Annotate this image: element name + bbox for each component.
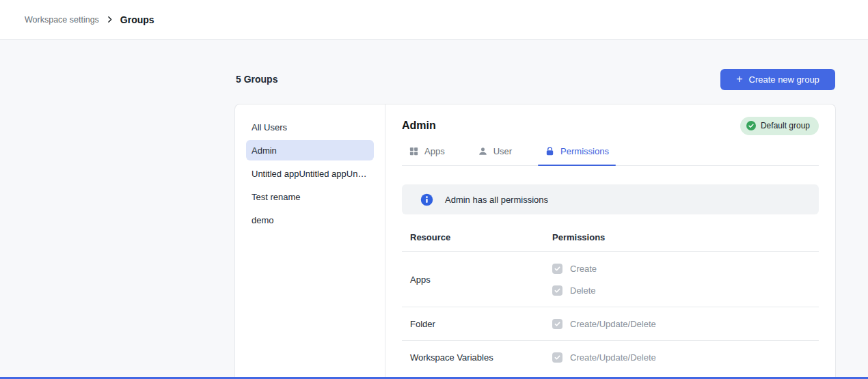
permission-item: Create/Update/Delete — [552, 346, 811, 368]
checkbox-checked-disabled-icon — [552, 285, 562, 296]
table-row-apps: Apps Create Delete — [402, 252, 819, 307]
apps-grid-icon — [409, 146, 419, 156]
chevron-right-icon — [105, 15, 114, 24]
sidebar-item-label: Admin — [252, 145, 277, 156]
check-circle-icon — [746, 121, 756, 130]
table-row-folder: Folder Create/Update/Delete — [402, 307, 819, 341]
permission-item: Create — [552, 257, 811, 279]
sidebar-item-label: All Users — [252, 122, 287, 132]
permission-label: Create/Update/Delete — [570, 319, 656, 329]
breadcrumb-groups: Groups — [120, 14, 154, 25]
sidebar-item-test-rename[interactable]: Test rename — [246, 186, 374, 207]
table-row-workspace-variables: Workspace Variables Create/Update/Delete — [402, 341, 819, 374]
sidebar-item-label: Test rename — [252, 192, 301, 202]
permission-label: Delete — [570, 285, 596, 296]
group-detail-panel: Admin Default group Apps — [385, 104, 835, 379]
lock-icon — [545, 146, 555, 156]
resource-label: Apps — [410, 275, 552, 285]
tab-permissions[interactable]: Permissions — [538, 139, 616, 165]
sidebar-item-untitled-app[interactable]: Untitled appUntitled appUntitle… — [246, 163, 374, 184]
permissions-cell: Create/Update/Delete — [552, 346, 811, 368]
banner-text: Admin has all permissions — [445, 195, 548, 205]
permission-label: Create — [570, 264, 597, 274]
sidebar-item-all-users[interactable]: All Users — [246, 117, 374, 137]
resource-label: Folder — [410, 319, 552, 329]
info-circle-icon — [420, 193, 433, 206]
info-banner: Admin has all permissions — [402, 184, 819, 214]
permissions-table: Resource Permissions Apps Create — [402, 214, 819, 374]
group-title-row: Admin Default group — [402, 116, 819, 135]
sidebar-item-label: Untitled appUntitled appUntitle… — [252, 169, 368, 179]
table-header-row: Resource Permissions — [402, 214, 819, 252]
default-group-badge: Default group — [740, 117, 819, 135]
checkbox-checked-disabled-icon — [552, 264, 562, 274]
permission-item: Create/Update/Delete — [552, 313, 811, 335]
permission-item: Delete — [552, 279, 811, 301]
sidebar-item-label: demo — [252, 215, 274, 225]
permissions-cell: Create Delete — [552, 257, 811, 301]
tabs: Apps User Permissions — [402, 139, 819, 166]
plus-icon: + — [736, 74, 742, 85]
group-title: Admin — [402, 120, 436, 132]
tab-apps[interactable]: Apps — [402, 139, 452, 165]
sidebar-item-admin[interactable]: Admin — [246, 140, 374, 160]
tab-apps-label: Apps — [424, 146, 445, 156]
tab-permissions-label: Permissions — [560, 146, 609, 156]
breadcrumb-workspace-settings[interactable]: Workspace settings — [25, 15, 99, 25]
groups-count-label: 5 Groups — [236, 74, 277, 85]
default-group-label: Default group — [761, 121, 810, 130]
sidebar-item-demo[interactable]: demo — [246, 210, 374, 230]
create-new-group-label: Create new group — [749, 74, 819, 85]
groups-card: All Users Admin Untitled appUntitled app… — [234, 104, 836, 379]
col-header-resource: Resource — [410, 232, 552, 242]
create-new-group-button[interactable]: + Create new group — [720, 69, 835, 90]
col-header-permissions: Permissions — [552, 232, 811, 242]
permissions-cell: Create/Update/Delete — [552, 313, 811, 335]
top-header: Workspace settings Groups — [0, 0, 868, 40]
checkbox-checked-disabled-icon — [552, 352, 562, 363]
tab-user[interactable]: User — [471, 139, 519, 165]
checkbox-checked-disabled-icon — [552, 319, 562, 329]
resource-label: Workspace Variables — [410, 352, 552, 363]
tab-user-label: User — [493, 146, 512, 156]
permission-label: Create/Update/Delete — [570, 352, 656, 363]
groups-sidebar: All Users Admin Untitled appUntitled app… — [235, 104, 385, 379]
user-icon — [478, 146, 488, 156]
